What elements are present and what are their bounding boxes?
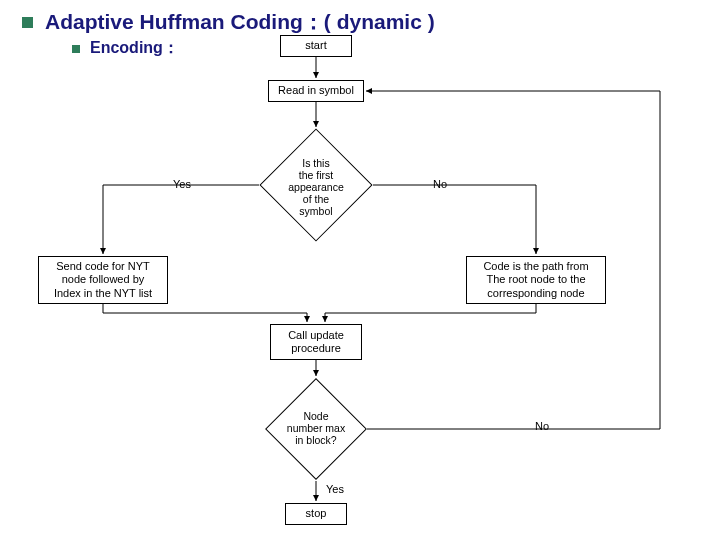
node-send-nyt-label: Send code for NYT node followed by Index…: [54, 260, 152, 300]
node-stop-label: stop: [306, 507, 327, 520]
node-code-path-label: Code is the path from The root node to t…: [483, 260, 588, 300]
node-read-label: Read in symbol: [278, 84, 354, 97]
bullet-icon: [72, 45, 80, 53]
title-row: Adaptive Huffman Coding：( dynamic ): [22, 8, 435, 36]
subtitle: Encoding：: [90, 38, 179, 59]
page-title: Adaptive Huffman Coding：( dynamic ): [45, 8, 435, 36]
node-decision-max: [265, 378, 367, 480]
label-yes-1: Yes: [173, 178, 191, 190]
node-start-label: start: [305, 39, 326, 52]
node-stop: stop: [285, 503, 347, 525]
node-read: Read in symbol: [268, 80, 364, 102]
subtitle-row: Encoding：: [72, 38, 179, 59]
label-no-1: No: [433, 178, 447, 190]
node-send-nyt: Send code for NYT node followed by Index…: [38, 256, 168, 304]
node-decision-first-appearance: [259, 128, 372, 241]
node-update-label: Call update procedure: [288, 329, 344, 355]
node-start: start: [280, 35, 352, 57]
label-yes-2: Yes: [326, 483, 344, 495]
node-update: Call update procedure: [270, 324, 362, 360]
label-no-2: No: [535, 420, 549, 432]
bullet-icon: [22, 17, 33, 28]
node-code-path: Code is the path from The root node to t…: [466, 256, 606, 304]
